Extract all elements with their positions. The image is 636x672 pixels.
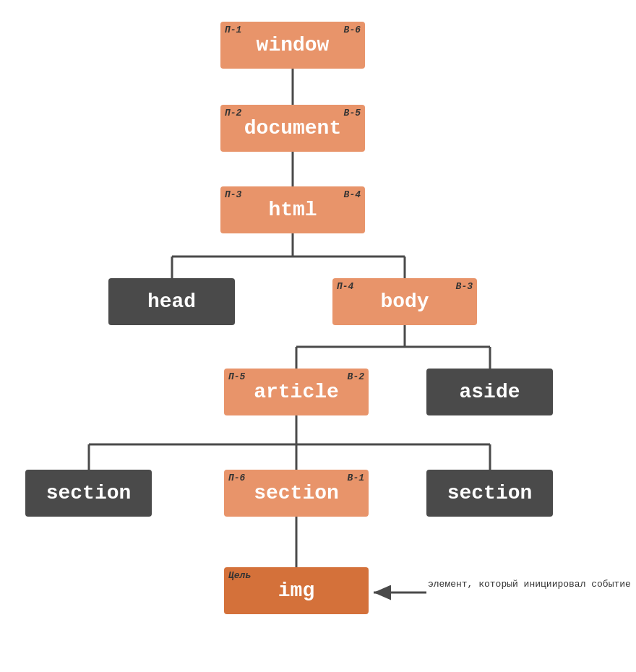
node-head-label: head <box>147 290 196 313</box>
node-aside-label: aside <box>459 381 520 403</box>
label-body-tr: В-3 <box>456 281 473 292</box>
node-window: П-1 В-6 window <box>220 22 365 69</box>
node-window-label: window <box>257 34 330 56</box>
node-article-label: article <box>254 381 339 403</box>
label-section-mid-tl: П-6 <box>228 473 245 483</box>
node-img: Цель img <box>224 567 369 614</box>
node-body: П-4 В-3 body <box>332 278 477 325</box>
node-head: head <box>108 278 235 325</box>
label-document-tl: П-2 <box>225 108 241 119</box>
node-section-right-label: section <box>447 482 533 504</box>
label-window-tr: В-6 <box>344 25 361 35</box>
label-html-tr: В-4 <box>344 189 361 200</box>
node-section-mid-label: section <box>254 482 339 504</box>
node-body-label: body <box>380 290 429 313</box>
label-article-tr: В-2 <box>348 371 364 382</box>
node-document: П-2 В-5 document <box>220 105 365 152</box>
label-body-tl: П-4 <box>337 281 353 292</box>
label-window-tl: П-1 <box>225 25 241 35</box>
node-article: П-5 В-2 article <box>224 369 369 415</box>
node-section-right: section <box>426 470 553 517</box>
node-html: П-3 В-4 html <box>220 186 365 233</box>
label-img-tl: Цель <box>228 570 251 581</box>
label-article-tl: П-5 <box>228 371 245 382</box>
node-img-label: img <box>278 580 314 602</box>
node-section-left: section <box>25 470 152 517</box>
label-html-tl: П-3 <box>225 189 241 200</box>
label-section-mid-tr: В-1 <box>348 473 364 483</box>
node-document-label: document <box>244 117 341 139</box>
label-document-tr: В-5 <box>344 108 361 119</box>
node-section-left-label: section <box>46 482 132 504</box>
arrow-annotation: элемент, который инициировал событие <box>428 578 631 591</box>
node-aside: aside <box>426 369 553 415</box>
node-html-label: html <box>268 199 317 221</box>
diagram: П-1 В-6 window П-2 В-5 document П-3 В-4 … <box>0 0 636 672</box>
node-section-mid: П-6 В-1 section <box>224 470 369 517</box>
